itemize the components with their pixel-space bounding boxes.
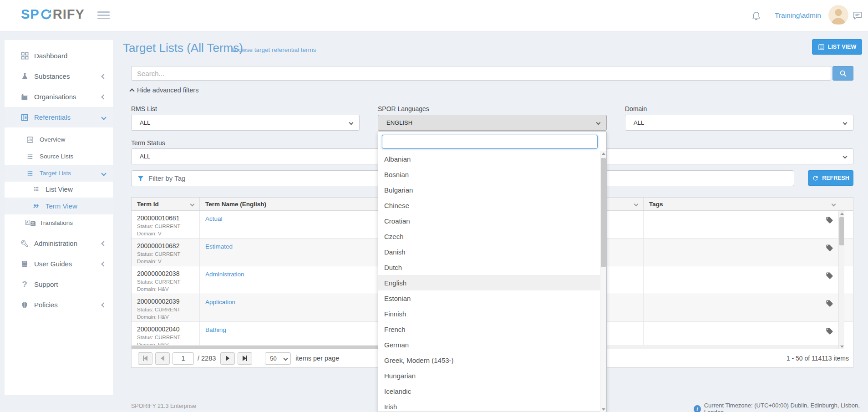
scrollbar-thumb[interactable] [601,158,606,267]
hide-advanced-filters-toggle[interactable]: Hide advanced filters [130,86,198,94]
tag-icon[interactable] [826,244,833,252]
language-option[interactable]: Irish [378,399,601,412]
tag-icon[interactable] [826,272,833,280]
term-name-link[interactable]: Bathing [205,326,226,333]
list-icon [31,186,41,192]
last-page-icon [246,356,247,361]
info-icon: i [694,405,701,412]
pagination-last-page-button[interactable] [238,352,252,365]
chat-bubble-icon[interactable] [852,10,863,22]
chevron-up-icon [129,88,134,93]
spor-languages-label: SPOR Languages [378,105,429,112]
column-header-tags[interactable]: Tags [644,198,848,210]
pagination-previous-button[interactable] [155,352,170,365]
chevron-left-icon [101,94,106,99]
dashboard-grid-icon [20,51,30,60]
language-option[interactable]: Finnish [378,306,601,321]
language-option[interactable]: Estonian [378,290,601,306]
language-option[interactable]: Bosnian [378,167,601,182]
chevron-down-icon [284,356,288,361]
list-view-button[interactable]: LIST VIEW [812,39,862,55]
language-search-input[interactable] [382,135,598,149]
sidebar-item-referentials[interactable]: Referentials [5,107,113,127]
term-name-link[interactable]: Estimated [205,243,233,250]
user-avatar[interactable] [828,5,848,25]
pagination-first-page-button[interactable] [138,352,152,365]
book-icon [20,260,30,268]
page-title: Target Lists (All Terms) [123,41,243,55]
list-icon [25,170,35,177]
language-option[interactable]: Czech [378,229,601,244]
language-option[interactable]: Albanian [378,151,601,167]
user-name[interactable]: Training\admin [775,11,821,20]
sidebar-item-administration[interactable]: Administration [5,233,113,254]
scroll-down-arrow-icon[interactable] [602,408,605,411]
domain-select[interactable]: ALL [625,115,853,131]
refresh-button[interactable]: REFRESH [808,170,853,186]
language-option[interactable]: Bulgarian [378,182,601,198]
column-header-term-id[interactable]: Term Id [132,198,200,210]
sidebar-item-overview[interactable]: Overview [5,131,113,148]
page-size-select[interactable]: 50 [265,352,291,365]
dropdown-scrollbar[interactable] [600,151,606,412]
language-option[interactable]: Icelandic [378,383,601,399]
tag-icon[interactable] [826,300,833,307]
sporify-logo: SPRIFY [21,7,85,22]
sidebar-item-translations[interactable]: A文 Translations [5,214,113,231]
term-status: Status: CURRENT [137,307,199,312]
spor-languages-select[interactable]: ENGLISH [378,115,607,131]
language-option[interactable]: Hungarian [378,368,601,383]
page-number-input[interactable] [173,352,194,365]
language-option-selected[interactable]: English [378,275,601,290]
refresh-icon [812,175,819,182]
sidebar-item-organisations[interactable]: Organisations [5,86,113,107]
tag-icon[interactable] [826,216,833,224]
sidebar-item-support[interactable]: ? Support [5,274,113,295]
rms-list-select[interactable]: ALL [131,115,360,131]
language-option[interactable]: Dutch [378,259,601,275]
term-domain: Domain: V [137,231,199,236]
chevron-down-icon [843,154,848,159]
scroll-up-arrow-icon[interactable] [602,153,605,155]
language-option[interactable]: French [378,321,601,337]
sidebar-item-user-guides[interactable]: User Guides [5,254,113,274]
items-per-page-label: items per page [295,355,339,362]
scroll-down-arrow-icon[interactable] [840,346,844,348]
term-name-link[interactable]: Administration [205,271,244,278]
language-option[interactable]: Greek, Modern (1453-) [378,352,601,368]
scroll-up-arrow-icon[interactable] [840,213,844,215]
wrench-icon [20,239,30,248]
sidebar-item-list-view[interactable]: List View [5,181,113,198]
total-pages-label: / 2283 [198,355,216,362]
first-page-icon [144,356,147,361]
browse-referential-terms-link[interactable]: Browse target referential terms [232,46,316,53]
term-domain: Domain: H&V [137,286,199,292]
search-input[interactable] [131,66,831,81]
scrollbar-thumb[interactable] [839,217,844,245]
term-status: Status: CURRENT [137,335,199,340]
sort-chevron-icon [634,202,639,206]
sidebar-item-source-lists[interactable]: Source Lists [5,148,113,165]
notifications-bell-icon[interactable] [751,10,761,23]
term-name-link[interactable]: Actual [205,215,223,222]
sidebar-item-dashboard[interactable]: Dashboard [5,46,113,66]
search-icon [839,70,847,77]
top-bar: SPRIFY Training\admin [0,0,868,31]
sidebar-item-substances[interactable]: Substances [5,66,113,86]
hamburger-menu-icon[interactable] [97,11,110,21]
sidebar-item-target-lists[interactable]: Target Lists [5,165,113,182]
sort-chevron-icon [190,202,195,206]
pagination-next-button[interactable] [220,352,235,365]
term-name-link[interactable]: Application [205,299,235,305]
language-option[interactable]: Chinese [378,198,601,213]
language-option[interactable]: German [378,337,601,352]
language-option[interactable]: Danish [378,244,601,259]
chevron-down-icon [843,121,848,125]
rms-list-label: RMS List [131,105,157,112]
sidebar-item-policies[interactable]: Policies [5,295,113,315]
search-button[interactable] [832,66,853,81]
sidebar-item-term-view[interactable]: ” Term View [5,198,113,214]
table-vertical-scrollbar[interactable] [838,211,844,350]
tag-icon[interactable] [826,327,833,335]
language-option[interactable]: Croatian [378,213,601,229]
